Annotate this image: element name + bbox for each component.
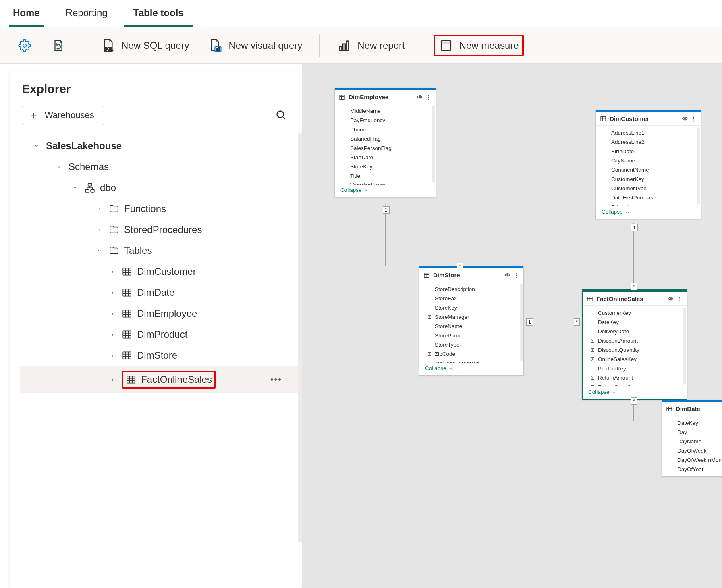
report-icon: [336, 38, 352, 53]
relationship-line: [633, 405, 634, 421]
chevron-right-icon: ›: [108, 331, 117, 338]
visibility-icon[interactable]: 👁: [417, 94, 423, 100]
refresh-button[interactable]: [45, 34, 72, 57]
field: ContinentName: [596, 165, 701, 175]
tree-table-factonlinesales[interactable]: › FactOnlineSales •••: [20, 366, 302, 393]
folder-icon: [109, 224, 119, 235]
separator: [535, 34, 535, 57]
svg-rect-7: [346, 41, 349, 50]
new-visual-query-button[interactable]: New visual query: [202, 34, 308, 57]
scrollbar[interactable]: [298, 133, 302, 542]
scrollbar[interactable]: [683, 308, 686, 385]
new-report-button[interactable]: New report: [331, 34, 410, 57]
svg-rect-20: [91, 189, 94, 192]
table-icon: [122, 287, 132, 298]
card-menu-icon[interactable]: ⋮: [426, 94, 432, 100]
table-icon: [122, 350, 132, 361]
card-factonlinesales[interactable]: FactOnlineSales 👁 ⋮ CustomerKey DateKey …: [582, 289, 687, 400]
gear-icon: [17, 38, 32, 53]
search-button[interactable]: [272, 106, 290, 124]
field: AddressLine1: [596, 128, 701, 137]
relationship-line: [385, 205, 386, 266]
explorer-title: Explorer: [10, 82, 302, 106]
more-icon[interactable]: •••: [270, 374, 282, 385]
tree-dbo[interactable]: › dbo: [20, 177, 302, 198]
tree-schemas[interactable]: › Schemas: [20, 156, 302, 177]
chevron-right-icon: ›: [108, 376, 117, 383]
tree-table-dimproduct[interactable]: › DimProduct: [20, 324, 302, 345]
field: AddressLine2: [596, 137, 701, 147]
field: StoreKey: [419, 303, 523, 312]
scrollbar[interactable]: [432, 106, 435, 183]
tab-reporting[interactable]: Reporting: [53, 0, 120, 27]
cardinality-many: *: [457, 263, 463, 270]
visibility-icon[interactable]: 👁: [682, 116, 688, 122]
tab-tabletools[interactable]: Table tools: [120, 0, 197, 27]
visual-query-icon: [208, 38, 223, 53]
tree-storedprocedures[interactable]: › StoredProcedures: [20, 219, 302, 240]
card-menu-icon[interactable]: ⋮: [514, 272, 519, 278]
new-sql-query-button[interactable]: SQL New SQL query: [95, 34, 195, 57]
svg-rect-6: [343, 44, 345, 50]
chevron-down-icon: ›: [33, 141, 40, 150]
card-menu-icon[interactable]: ⋮: [677, 296, 683, 302]
separator: [83, 34, 83, 57]
tree-table-dimcustomer[interactable]: › DimCustomer: [20, 261, 302, 282]
tab-home[interactable]: Home: [0, 0, 53, 27]
svg-text:SQL: SQL: [104, 46, 113, 51]
field: ΣReturnAmount: [583, 373, 687, 382]
relationship-line: [633, 421, 662, 421]
svg-rect-21: [123, 268, 131, 275]
field: ΣDiscountAmount: [583, 336, 687, 345]
card-dimcustomer[interactable]: DimCustomer 👁 ⋮ AddressLine1 AddressLine…: [595, 110, 701, 219]
chevron-right-icon: ›: [108, 352, 117, 359]
tab-row: Home Reporting Table tools: [0, 0, 722, 27]
table-icon: [600, 116, 606, 122]
cardinality-many: *: [574, 318, 580, 326]
scrollbar[interactable]: [520, 284, 523, 361]
svg-rect-57: [424, 273, 429, 277]
explorer-tree: › SalesLakehouse › Schemas › dbo › Funct…: [10, 133, 302, 588]
svg-rect-54: [601, 116, 606, 121]
tree-functions[interactable]: › Functions: [20, 198, 302, 219]
tree-root-saleslakehouse[interactable]: › SalesLakehouse: [20, 135, 302, 156]
field: PayFrequency: [335, 116, 436, 125]
chevron-down-icon: ›: [96, 246, 103, 255]
visibility-icon[interactable]: 👁: [505, 272, 510, 278]
field: SalesPersonFlag: [335, 143, 436, 153]
field: CustomerKey: [596, 175, 701, 184]
scrollbar[interactable]: [697, 127, 700, 205]
field: CustomerKey: [583, 308, 687, 318]
collapse-link[interactable]: Collapse︿: [596, 206, 701, 219]
table-icon: [423, 272, 430, 278]
card-dimdate[interactable]: DimDate DateKey Day DayName DayOfWeek Da…: [662, 400, 722, 477]
collapse-link[interactable]: Collapse︿: [419, 363, 523, 375]
card-dimemployee[interactable]: DimEmployee 👁 ⋮ MiddleName PayFrequency …: [334, 88, 436, 197]
new-measure-button[interactable]: New measure: [434, 35, 524, 56]
card-menu-icon[interactable]: ⋮: [691, 116, 697, 122]
new-visual-label: New visual query: [229, 40, 303, 51]
field: StoreDescription: [419, 285, 523, 294]
svg-rect-60: [587, 297, 592, 301]
svg-point-0: [23, 44, 26, 47]
warehouses-button[interactable]: ＋ Warehouses: [22, 106, 104, 125]
refresh-icon: [51, 38, 66, 53]
tree-tables[interactable]: › Tables: [20, 240, 302, 261]
tree-table-dimstore[interactable]: › DimStore: [20, 345, 302, 366]
collapse-link[interactable]: Collapse︿: [335, 185, 436, 197]
tree-table-dimdate[interactable]: › DimDate: [20, 282, 302, 303]
table-icon: [122, 308, 132, 319]
sql-icon: SQL: [100, 38, 116, 53]
field: SalariedFlag: [335, 134, 436, 143]
schema-icon: [85, 183, 95, 193]
svg-rect-9: [442, 42, 450, 44]
model-canvas[interactable]: DimEmployee 👁 ⋮ MiddleName PayFrequency …: [302, 64, 722, 588]
visibility-icon[interactable]: 👁: [668, 296, 674, 302]
tree-table-dimemployee[interactable]: › DimEmployee: [20, 303, 302, 324]
toolbar: SQL New SQL query New visual query New r…: [0, 27, 722, 64]
chevron-right-icon: ›: [108, 310, 117, 317]
settings-button[interactable]: [11, 34, 38, 57]
field: Phone: [335, 125, 436, 134]
svg-rect-19: [85, 189, 89, 192]
card-dimstore[interactable]: DimStore 👁 ⋮ StoreDescription StoreFax S…: [419, 266, 524, 376]
